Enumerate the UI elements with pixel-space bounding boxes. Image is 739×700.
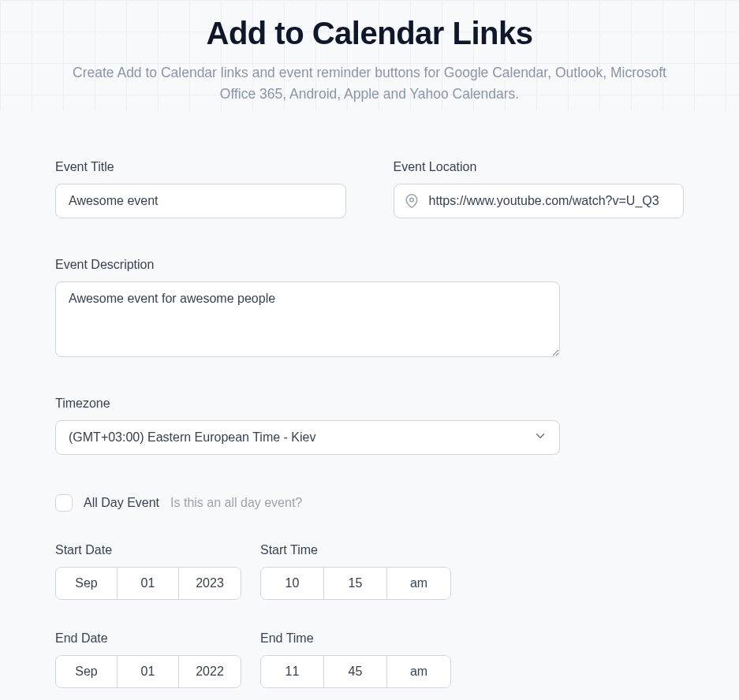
- location-pin-icon: [405, 194, 419, 208]
- end-time-label: End Time: [260, 631, 451, 646]
- end-date-month[interactable]: Sep: [56, 656, 118, 687]
- page-title: Add to Calendar Links: [0, 16, 739, 51]
- end-time-ampm[interactable]: am: [387, 656, 450, 687]
- all-day-row: All Day Event Is this an all day event?: [55, 494, 684, 512]
- start-time-hour[interactable]: 10: [261, 568, 324, 599]
- event-title-label: Event Title: [55, 160, 346, 174]
- start-time-group: Start Time 10 15 am: [260, 543, 451, 600]
- event-title-group: Event Title: [55, 160, 346, 218]
- end-date-day[interactable]: 01: [118, 656, 179, 687]
- end-date-year[interactable]: 2022: [179, 656, 241, 687]
- event-location-label: Event Location: [394, 160, 685, 174]
- svg-point-0: [409, 199, 413, 203]
- start-time-ampm[interactable]: am: [387, 568, 450, 599]
- start-date-year[interactable]: 2023: [179, 568, 241, 599]
- event-description-input[interactable]: [55, 281, 560, 357]
- all-day-hint: Is this an all day event?: [170, 496, 302, 510]
- all-day-label: All Day Event: [84, 496, 159, 510]
- end-date-label: End Date: [55, 631, 241, 646]
- start-time-minute[interactable]: 15: [324, 568, 387, 599]
- end-time-hour[interactable]: 11: [261, 656, 324, 687]
- start-date-label: Start Date: [55, 543, 241, 557]
- start-date-month[interactable]: Sep: [56, 568, 118, 599]
- event-description-group: Event Description: [55, 258, 684, 357]
- page-header: Add to Calendar Links Create Add to Cale…: [0, 0, 739, 128]
- event-location-group: Event Location: [394, 160, 685, 218]
- timezone-label: Timezone: [55, 397, 684, 411]
- event-form: Event Title Event Location Event Descrip…: [0, 128, 739, 700]
- event-location-input[interactable]: [394, 184, 685, 218]
- timezone-group: Timezone (GMT+03:00) Eastern European Ti…: [55, 397, 684, 455]
- end-time-minute[interactable]: 45: [324, 656, 387, 687]
- start-date-group: Start Date Sep 01 2023: [55, 543, 241, 600]
- event-title-input[interactable]: [55, 184, 346, 218]
- timezone-select[interactable]: (GMT+03:00) Eastern European Time - Kiev: [55, 420, 560, 455]
- all-day-checkbox[interactable]: [55, 494, 73, 512]
- start-date-day[interactable]: 01: [118, 568, 179, 599]
- end-time-group: End Time 11 45 am: [260, 631, 451, 688]
- page-subtitle: Create Add to Calendar links and event r…: [39, 62, 701, 105]
- start-time-label: Start Time: [260, 543, 451, 557]
- event-description-label: Event Description: [55, 258, 684, 272]
- end-date-group: End Date Sep 01 2022: [55, 631, 241, 688]
